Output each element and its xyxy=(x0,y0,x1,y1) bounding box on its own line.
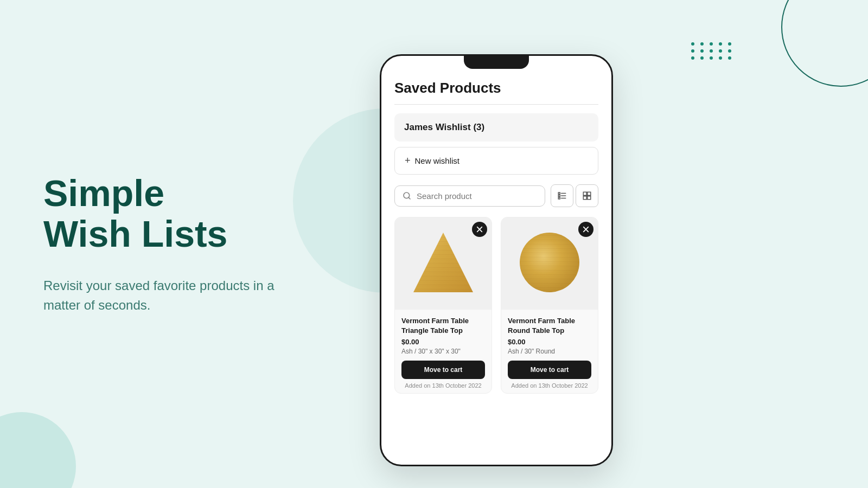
svg-line-1 xyxy=(409,197,410,199)
phone-mockup: Saved Products James Wishlist (3) + New … xyxy=(380,54,613,466)
search-input[interactable] xyxy=(417,191,537,201)
list-view-button[interactable] xyxy=(551,184,573,207)
product-card-triangle: Vermont Farm Table Triangle Table Top $0… xyxy=(394,217,492,394)
product-variant-circle: Ash / 30" Round xyxy=(508,348,591,355)
grid-view-button[interactable] xyxy=(576,184,598,207)
wishlist-item[interactable]: James Wishlist (3) xyxy=(394,113,598,142)
product-info-triangle: Vermont Farm Table Triangle Table Top $0… xyxy=(395,310,492,393)
product-price-triangle: $0.00 xyxy=(401,338,485,346)
remove-circle-button[interactable] xyxy=(578,222,593,237)
product-name-circle: Vermont Farm Table Round Table Top xyxy=(508,316,591,336)
close-icon xyxy=(476,226,483,233)
phone-frame: Saved Products James Wishlist (3) + New … xyxy=(380,54,613,466)
product-variant-triangle: Ash / 30" x 30" x 30" xyxy=(401,348,485,355)
added-date-triangle: Added on 13th October 2022 xyxy=(401,382,485,389)
grid-icon xyxy=(582,191,592,201)
product-card-circle: Vermont Farm Table Round Table Top $0.00… xyxy=(501,217,598,394)
hero-title: Simple Wish Lists xyxy=(43,173,358,254)
search-row xyxy=(394,184,598,207)
added-date-circle: Added on 13th October 2022 xyxy=(508,382,591,389)
svg-rect-11 xyxy=(588,196,591,200)
hero-subtitle: Revisit your saved favorite products in … xyxy=(43,276,315,315)
list-icon xyxy=(557,191,567,201)
svg-rect-25 xyxy=(517,230,582,295)
circle-shape xyxy=(517,230,582,297)
header-divider xyxy=(394,104,598,105)
products-grid: Vermont Farm Table Triangle Table Top $0… xyxy=(394,217,598,394)
svg-rect-8 xyxy=(583,192,586,195)
triangle-shape xyxy=(408,227,478,300)
move-to-cart-circle-button[interactable]: Move to cart xyxy=(508,361,591,379)
saved-products-title: Saved Products xyxy=(394,80,598,97)
new-wishlist-button[interactable]: + New wishlist xyxy=(394,147,598,175)
product-info-circle: Vermont Farm Table Round Table Top $0.00… xyxy=(501,310,598,393)
new-wishlist-label: New wishlist xyxy=(415,156,460,165)
svg-rect-4 xyxy=(558,197,560,199)
dot-grid-decoration xyxy=(691,42,733,60)
search-icon xyxy=(403,191,411,200)
product-price-circle: $0.00 xyxy=(508,338,591,346)
close-icon xyxy=(583,226,589,233)
svg-rect-10 xyxy=(583,196,586,200)
plus-icon: + xyxy=(405,155,411,166)
svg-rect-2 xyxy=(558,192,560,194)
decorative-circle-top-right xyxy=(781,0,868,87)
view-toggle xyxy=(551,184,598,207)
search-wrapper[interactable] xyxy=(394,185,545,207)
hero-section: Simple Wish Lists Revisit your saved fav… xyxy=(0,0,358,488)
product-name-triangle: Vermont Farm Table Triangle Table Top xyxy=(401,316,485,336)
svg-rect-3 xyxy=(558,195,560,197)
phone-notch xyxy=(464,56,529,69)
svg-marker-18 xyxy=(413,233,473,292)
move-to-cart-triangle-button[interactable]: Move to cart xyxy=(401,361,485,379)
phone-content: Saved Products James Wishlist (3) + New … xyxy=(381,69,611,465)
remove-triangle-button[interactable] xyxy=(472,222,487,237)
svg-rect-9 xyxy=(588,192,591,195)
wishlist-name: James Wishlist (3) xyxy=(404,122,484,132)
